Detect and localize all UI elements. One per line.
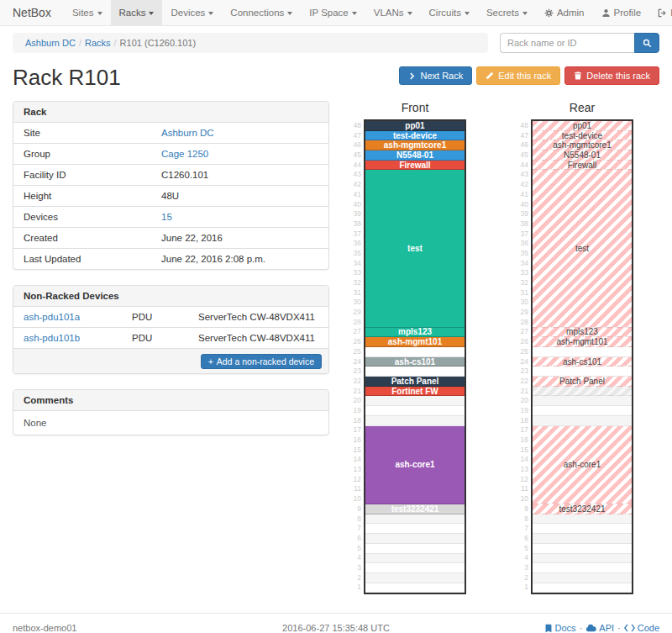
breadcrumb-item-racks[interactable]: Racks xyxy=(85,38,111,48)
device-label: N5548-01 xyxy=(564,150,601,160)
nav-item-connections[interactable]: Connections xyxy=(222,0,301,25)
unit-number: 8 xyxy=(351,514,361,525)
unit-number: 31 xyxy=(351,288,361,298)
empty-unit xyxy=(365,563,465,573)
rack-device-n5548-01[interactable]: N5548-01 xyxy=(365,150,465,161)
rack-device-test3232421[interactable]: test3232421 xyxy=(533,504,632,514)
rack-device-test[interactable]: test xyxy=(365,170,465,327)
device-label: test xyxy=(407,244,423,253)
unit-number: 38 xyxy=(351,219,361,229)
unit-number: 37 xyxy=(351,229,361,240)
empty-unit xyxy=(533,563,632,573)
attr-value: Ashburn DC xyxy=(151,123,328,144)
empty-unit xyxy=(365,544,465,554)
attr-label: Facility ID xyxy=(13,165,151,186)
rack-device-pp01[interactable]: pp01 xyxy=(533,121,632,131)
unit-number: 26 xyxy=(518,337,528,347)
device-link-ash-pdu101a[interactable]: ash-pdu101a xyxy=(24,312,80,322)
unit-number: 40 xyxy=(518,200,528,210)
unit-number: 16 xyxy=(518,435,528,446)
rack-device-ash-cs101[interactable]: ash-cs101 xyxy=(365,357,465,367)
footer-link-docs[interactable]: Docs xyxy=(544,623,576,633)
device-label: test-device xyxy=(393,131,437,140)
attr-label: Devices xyxy=(13,207,151,228)
rack-device-test-device[interactable]: test-device xyxy=(533,131,632,141)
unit-number: 1 xyxy=(518,583,528,593)
attr-value-link[interactable]: 15 xyxy=(161,212,172,222)
device-label: mpls123 xyxy=(566,328,598,337)
unit-number: 39 xyxy=(351,209,361,219)
rear-elevation-title: Rear xyxy=(518,101,633,114)
nav-item-profile[interactable]: Profile xyxy=(593,0,650,25)
rack-device-ash-mgmt101[interactable]: ash-mgmt101 xyxy=(533,337,632,347)
nav-item-circuits[interactable]: Circuits xyxy=(421,0,478,25)
empty-unit xyxy=(365,396,465,406)
brand[interactable]: NetBox xyxy=(0,0,64,25)
rack-search-input[interactable] xyxy=(500,33,634,53)
nav-item-sites[interactable]: Sites xyxy=(64,0,111,25)
rack-device-n5548-01[interactable]: N5548-01 xyxy=(533,150,632,161)
breadcrumb-separator: / xyxy=(114,38,117,48)
rack-device-pp01[interactable]: pp01 xyxy=(365,121,465,131)
attr-value-link[interactable]: Ashburn DC xyxy=(161,128,214,138)
rack-device-ash-mgmtcore1[interactable]: ash-mgmtcore1 xyxy=(365,140,465,150)
unit-number: 10 xyxy=(351,494,361,504)
rack-device-test-device[interactable]: test-device xyxy=(365,131,465,141)
nav-item-ip-space[interactable]: IP Space xyxy=(301,0,365,25)
rack-device-ash-core1[interactable]: ash-core1 xyxy=(365,426,465,505)
rack-device-mpls123[interactable]: mpls123 xyxy=(365,328,465,338)
breadcrumb-item-ashburn-dc[interactable]: Ashburn DC xyxy=(25,38,76,48)
unit-number: 11 xyxy=(351,484,361,494)
unit-number: 18 xyxy=(518,416,528,426)
footer-link-api[interactable]: API xyxy=(585,623,614,633)
unit-number: 14 xyxy=(518,455,528,465)
rack-device-ash-cs101[interactable]: ash-cs101 xyxy=(533,357,632,367)
breadcrumb-separator: / xyxy=(79,38,81,48)
rack-panel: Rack SiteAshburn DCGroupCage 1250Facilit… xyxy=(13,101,329,270)
device-label: test3232421 xyxy=(391,504,439,514)
nav-item-secrets[interactable]: Secrets xyxy=(478,0,536,25)
rack-device-patch-panel[interactable]: Patch Panel xyxy=(533,377,632,387)
attr-value-link[interactable]: Cage 1250 xyxy=(161,149,208,159)
rack-device-ash-mgmt101[interactable]: ash-mgmt101 xyxy=(365,337,465,347)
unit-number: 48 xyxy=(351,121,361,131)
unit-number: 20 xyxy=(351,396,361,406)
nav-item-devices[interactable]: Devices xyxy=(162,0,222,25)
rack-device-ash-core1[interactable]: ash-core1 xyxy=(533,426,632,505)
footer-hostname: netbox-demo01 xyxy=(13,623,197,633)
rack-attr-row-site: SiteAshburn DC xyxy=(13,123,328,144)
nav-item-log-out[interactable]: Log out xyxy=(649,0,672,25)
unit-number: 46 xyxy=(518,140,528,150)
footer-link-code[interactable]: Code xyxy=(624,623,659,633)
unit-number: 42 xyxy=(351,180,361,190)
unit-number: 44 xyxy=(518,161,528,171)
rack-device-test3232421[interactable]: test3232421 xyxy=(365,504,465,514)
front-elevation: Front 4847464544434241403938373635343332… xyxy=(351,101,466,594)
next-rack-button[interactable]: Next Rack xyxy=(399,66,472,85)
rack-device-patch-panel[interactable]: Patch Panel xyxy=(365,377,465,387)
unit-number: 24 xyxy=(518,357,528,367)
rack-device-test[interactable]: test xyxy=(533,170,632,327)
nav-item-vlans[interactable]: VLANs xyxy=(365,0,421,25)
empty-unit xyxy=(365,524,465,534)
rack-device-firewall[interactable]: Firewall xyxy=(365,161,465,171)
rear-unit-numbers: 4847464544434241403938373635343332313029… xyxy=(518,121,528,594)
rack-device-ash-mgmtcore1[interactable]: ash-mgmtcore1 xyxy=(533,140,632,150)
nav-item-admin[interactable]: Admin xyxy=(536,0,593,25)
rack-device-firewall[interactable]: Firewall xyxy=(533,161,632,171)
add-non-racked-device-button[interactable]: +Add a non-racked device xyxy=(201,354,322,369)
rack-device-fortinet-fw[interactable]: Fortinet FW xyxy=(365,387,465,397)
search-button[interactable] xyxy=(634,33,659,53)
unit-number: 38 xyxy=(518,219,528,229)
device-label: Fortinet FW xyxy=(391,387,438,396)
caret-down-icon xyxy=(149,12,154,15)
device-link-ash-pdu101b[interactable]: ash-pdu101b xyxy=(24,333,80,343)
edit-rack-button[interactable]: Edit this rack xyxy=(476,66,560,85)
unit-number: 2 xyxy=(351,573,361,583)
non-racked-panel-title: Non-Racked Devices xyxy=(13,286,328,307)
unit-number: 32 xyxy=(351,278,361,288)
rack-device-mpls123[interactable]: mpls123 xyxy=(533,328,632,338)
delete-rack-button[interactable]: Delete this rack xyxy=(564,66,659,85)
nav-item-racks[interactable]: Racks xyxy=(111,0,163,25)
device-label: pp01 xyxy=(405,121,424,130)
